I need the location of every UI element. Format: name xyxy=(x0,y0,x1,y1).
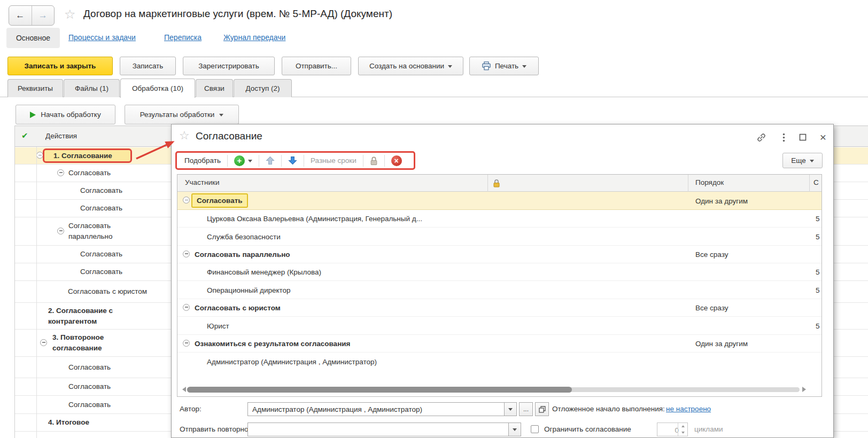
lock-column-icon xyxy=(493,178,500,188)
separator xyxy=(384,155,385,167)
pick-participants-button[interactable]: Подобрать xyxy=(179,154,226,168)
move-down-button[interactable] xyxy=(283,154,303,168)
processing-results-button[interactable]: Результаты обработки xyxy=(125,105,239,124)
collapse-icon[interactable] xyxy=(183,251,190,257)
term-value: 5 xyxy=(816,232,820,240)
participant-row[interactable]: Согласовать параллельно Все сразу xyxy=(177,246,821,263)
collapse-icon[interactable] xyxy=(40,339,47,346)
favorite-star-icon[interactable]: ☆ xyxy=(179,130,190,142)
tab-links[interactable]: Связи xyxy=(196,79,233,97)
start-processing-button[interactable]: Начать обработку xyxy=(15,105,115,124)
deferred-start-link[interactable]: не настроено xyxy=(666,405,711,413)
forward-icon[interactable]: → xyxy=(32,6,55,25)
collapse-icon[interactable] xyxy=(183,340,190,347)
get-link-icon[interactable] xyxy=(755,132,767,143)
play-icon xyxy=(30,112,36,118)
dialog-toolbar: Подобрать + Разные сроки xyxy=(175,151,415,170)
author-choose-button[interactable]: ... xyxy=(519,402,533,416)
send-button[interactable]: Отправить... xyxy=(282,57,351,75)
participant-row[interactable]: Служба безопасности 5 xyxy=(177,228,821,246)
term-value: 5 xyxy=(816,268,820,276)
term-value: 5 xyxy=(816,322,820,330)
cycles-stepper[interactable] xyxy=(657,423,688,436)
arrow-down-icon xyxy=(288,156,297,165)
collapse-icon[interactable] xyxy=(57,169,64,176)
save-button[interactable]: Записать xyxy=(120,57,176,75)
resend-dropdown-button[interactable] xyxy=(508,423,521,436)
tab-access[interactable]: Доступ (2) xyxy=(234,79,292,97)
participant-row[interactable]: Финансовый менеджер (Крылова) 5 xyxy=(177,263,821,281)
action-label: Согласовать xyxy=(14,203,122,214)
author-dropdown-button[interactable] xyxy=(504,402,517,416)
participant-label: Администратор (Администрация , Администр… xyxy=(207,358,377,366)
nav-link-processes[interactable]: Процессы и задачи xyxy=(68,33,136,42)
action-label: Согласовать xyxy=(14,400,111,410)
participant-row[interactable]: Операционный директор 5 xyxy=(177,281,821,299)
table-left-border xyxy=(14,126,15,438)
tab-requisites[interactable]: Реквизиты xyxy=(7,79,63,97)
collapse-icon[interactable] xyxy=(57,228,64,234)
stepper-up-icon[interactable] xyxy=(678,423,687,429)
close-icon[interactable]: × xyxy=(817,132,829,143)
participant-label: Согласовать с юристом xyxy=(195,304,281,312)
back-icon[interactable]: ← xyxy=(9,6,32,25)
tab-files[interactable]: Файлы (1) xyxy=(64,79,120,97)
printer-icon xyxy=(482,61,491,71)
participant-row[interactable]: Согласовать с юристом Все сразу xyxy=(177,299,821,317)
participant-row[interactable]: Администратор (Администрация , Администр… xyxy=(177,353,821,371)
stepper-down-icon[interactable] xyxy=(678,429,687,436)
action-label: Согласовать с юристом xyxy=(14,286,147,297)
tab-label: Доступ (2) xyxy=(245,84,280,92)
window-menu-icon[interactable] xyxy=(778,132,789,143)
delete-button[interactable]: × xyxy=(386,154,407,168)
tab-processing-active[interactable]: Обработка (10) xyxy=(120,79,195,98)
save-and-close-button[interactable]: Записать и закрыть xyxy=(7,57,113,75)
tab-label: Реквизиты xyxy=(18,84,53,92)
participant-row[interactable]: Юрист 5 xyxy=(177,317,821,335)
more-button[interactable]: Еще xyxy=(782,153,823,168)
tab-label: Связи xyxy=(204,84,224,92)
cycles-suffix-label: циклами xyxy=(694,425,723,433)
horizontal-scrollbar[interactable] xyxy=(180,385,818,394)
author-field[interactable] xyxy=(247,402,505,416)
register-label: Зарегистрировать xyxy=(198,62,259,70)
move-up-button[interactable] xyxy=(260,154,280,168)
order-value: Один за другим xyxy=(695,340,748,348)
action-label: Согласовать xyxy=(14,381,111,392)
participant-row[interactable]: Цуркова Оксана Валерьевна (Администрация… xyxy=(177,210,821,228)
resend-field[interactable] xyxy=(247,423,509,436)
lock-button[interactable] xyxy=(365,154,383,168)
register-button[interactable]: Зарегистрировать xyxy=(183,57,275,75)
nav-link-correspondence[interactable]: Переписка xyxy=(164,33,201,42)
different-terms-button[interactable]: Разные сроки xyxy=(305,154,362,168)
scroll-right-icon[interactable] xyxy=(802,387,809,392)
scrollbar-thumb[interactable] xyxy=(187,387,572,393)
create-based-on-button[interactable]: Создать на основании xyxy=(358,57,463,75)
collapse-icon[interactable] xyxy=(183,304,190,311)
add-button[interactable]: + xyxy=(229,154,258,168)
action-label: 2. Согласование с контрагентом xyxy=(14,306,147,326)
tab-label: Обработка (10) xyxy=(132,84,183,92)
scroll-left-icon[interactable] xyxy=(180,387,186,392)
chevron-down-icon xyxy=(219,114,223,119)
separator xyxy=(809,175,810,192)
author-open-button[interactable] xyxy=(535,402,549,416)
pick-label: Подобрать xyxy=(184,157,221,165)
participant-row[interactable]: Ознакомиться с результатом согласования … xyxy=(177,335,821,353)
processing-results-label: Результаты обработки xyxy=(140,111,215,119)
open-window-icon xyxy=(539,406,546,413)
tab-main-active[interactable]: Основное xyxy=(6,28,60,48)
maximize-icon[interactable] xyxy=(797,132,809,143)
cycles-input[interactable] xyxy=(657,423,680,437)
collapse-icon[interactable] xyxy=(183,197,190,204)
nav-link-transfer-journal[interactable]: Журнал передачи xyxy=(223,33,285,42)
print-button[interactable]: Печать xyxy=(469,57,539,75)
favorite-star-icon[interactable]: ☆ xyxy=(64,8,76,21)
order-value: Все сразу xyxy=(695,304,728,312)
participant-row-selected[interactable]: Согласовать Один за другим xyxy=(177,192,821,210)
action-label: Согласовать xyxy=(14,185,122,196)
participants-table-header: Участники Порядок С xyxy=(177,175,821,192)
action-label: 1. Согласование xyxy=(44,151,112,161)
limit-approval-checkbox[interactable] xyxy=(531,425,539,433)
order-value: Все сразу xyxy=(695,251,728,259)
